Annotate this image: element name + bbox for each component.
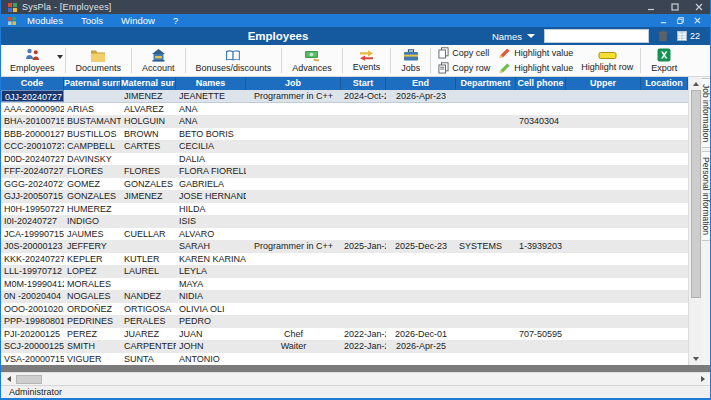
table-row[interactable]: PJI-20200125PEREZJUAREZJUANChef2022-Jan-…	[1, 328, 688, 341]
table-cell[interactable]: SCJ-20000125	[1, 340, 64, 353]
table-cell[interactable]: OLIVIA OLI	[176, 303, 246, 316]
table-cell[interactable]	[516, 153, 566, 166]
table-cell[interactable]: LAUREL	[121, 265, 176, 278]
table-cell[interactable]: SYSTEMS	[456, 240, 516, 253]
table-cell[interactable]	[516, 290, 566, 303]
table-cell[interactable]: HILDA	[176, 203, 246, 216]
table-cell[interactable]	[456, 165, 516, 178]
maximize-icon[interactable]	[671, 3, 679, 11]
table-cell[interactable]: 0JJ-20240727	[1, 90, 64, 102]
table-row[interactable]: J0S-20000123JEFFERYSARAHProgrammer in C+…	[1, 240, 688, 253]
table-cell[interactable]	[641, 328, 688, 341]
table-cell[interactable]	[566, 278, 641, 291]
table-cell[interactable]	[456, 303, 516, 316]
scroll-left-button[interactable]	[2, 373, 15, 386]
table-cell[interactable]	[641, 228, 688, 241]
table-cell[interactable]: D0D-20240727	[1, 153, 64, 166]
column-header[interactable]: Job	[246, 77, 341, 90]
table-cell[interactable]: 1-3939203	[516, 240, 566, 253]
table-cell[interactable]: ARIAS	[64, 103, 121, 116]
table-cell[interactable]	[641, 353, 688, 366]
copy-row-button[interactable]: Copy row	[438, 62, 490, 74]
table-cell[interactable]	[456, 340, 516, 353]
table-cell[interactable]: JEFFERY	[64, 240, 121, 253]
table-cell[interactable]: ANA	[176, 103, 246, 116]
table-cell[interactable]	[516, 315, 566, 328]
table-cell[interactable]	[121, 153, 176, 166]
table-cell[interactable]	[246, 190, 341, 203]
table-cell[interactable]: JOSE HERNANDO	[176, 190, 246, 203]
documents-button[interactable]: Documents	[69, 45, 129, 76]
table-cell[interactable]	[566, 178, 641, 191]
table-row[interactable]: LLL-19970712LOPEZLAURELLEYLA	[1, 265, 688, 278]
table-cell[interactable]	[566, 203, 641, 216]
table-cell[interactable]: CARPENTER	[121, 340, 176, 353]
table-cell[interactable]	[641, 128, 688, 141]
table-cell[interactable]: FLORA FIORELLA	[176, 165, 246, 178]
table-cell[interactable]: HUMEREZ	[64, 203, 121, 216]
table-cell[interactable]: ISIS	[176, 215, 246, 228]
table-cell[interactable]: BUSTILLOS	[64, 128, 121, 141]
column-header[interactable]: Department	[456, 77, 516, 90]
table-cell[interactable]: FFF-20240727	[1, 165, 64, 178]
table-cell[interactable]: FLORES	[121, 165, 176, 178]
table-cell[interactable]	[456, 115, 516, 128]
table-cell[interactable]	[641, 215, 688, 228]
table-cell[interactable]	[121, 215, 176, 228]
table-cell[interactable]: 2026-Apr-23	[386, 90, 456, 102]
table-cell[interactable]: LOPEZ	[64, 265, 121, 278]
table-row[interactable]: 0JJ-20240727JIMENEZJEANETTEProgrammer in…	[1, 90, 688, 103]
table-cell[interactable]	[246, 353, 341, 366]
table-cell[interactable]	[341, 215, 386, 228]
table-cell[interactable]	[566, 253, 641, 266]
table-cell[interactable]	[456, 328, 516, 341]
table-cell[interactable]	[516, 303, 566, 316]
table-cell[interactable]: MAYA	[176, 278, 246, 291]
table-cell[interactable]	[64, 90, 121, 102]
table-cell[interactable]	[566, 153, 641, 166]
table-cell[interactable]: PEDRO	[176, 315, 246, 328]
table-cell[interactable]: ORTIGOSA	[121, 303, 176, 316]
table-cell[interactable]	[341, 303, 386, 316]
table-cell[interactable]: 2025-Jan-23	[341, 240, 386, 253]
mdi-close-icon[interactable]	[694, 17, 701, 24]
table-row[interactable]: 0N -20020404NOGALESNANDEZNIDIA	[1, 290, 688, 303]
table-cell[interactable]	[516, 140, 566, 153]
table-cell[interactable]	[456, 353, 516, 366]
table-cell[interactable]	[341, 165, 386, 178]
table-cell[interactable]: JUAN	[176, 328, 246, 341]
table-cell[interactable]: NOGALES	[64, 290, 121, 303]
jobs-button[interactable]: Jobs	[394, 45, 427, 76]
table-cell[interactable]: 2022-Jan-25	[341, 340, 386, 353]
table-cell[interactable]	[341, 265, 386, 278]
menu-window[interactable]: Window	[114, 15, 162, 26]
table-row[interactable]: SCJ-20000125SMITHCARPENTERJOHNWaiter2022…	[1, 340, 688, 353]
table-cell[interactable]	[566, 190, 641, 203]
table-cell[interactable]	[386, 103, 456, 116]
table-cell[interactable]: CUELLAR	[121, 228, 176, 241]
table-cell[interactable]: BBB-20000127	[1, 128, 64, 141]
table-row[interactable]: JCA-19990715JAUMESCUELLARALVARO	[1, 228, 688, 241]
table-cell[interactable]	[641, 290, 688, 303]
table-cell[interactable]	[246, 165, 341, 178]
tab-job-information[interactable]: Job information	[702, 78, 710, 148]
table-cell[interactable]: CARTES	[121, 140, 176, 153]
export-button[interactable]: Export	[644, 45, 684, 76]
table-cell[interactable]: VIGUER	[64, 353, 121, 366]
table-cell[interactable]: HOLGUIN	[121, 115, 176, 128]
table-cell[interactable]: I0I-20240727	[1, 215, 64, 228]
table-cell[interactable]: PPP-19980801	[1, 315, 64, 328]
table-cell[interactable]: JOHN	[176, 340, 246, 353]
advances-button[interactable]: Advances	[285, 45, 339, 76]
table-cell[interactable]: 2026-Apr-25	[386, 340, 456, 353]
table-row[interactable]: OOO-20010201ORDOÑEZORTIGOSAOLIVIA OLI	[1, 303, 688, 316]
table-cell[interactable]	[246, 215, 341, 228]
table-cell[interactable]: LLL-19970712	[1, 265, 64, 278]
table-cell[interactable]: PERALES	[121, 315, 176, 328]
table-cell[interactable]: VSA-20000715	[1, 353, 64, 366]
table-cell[interactable]	[341, 353, 386, 366]
table-cell[interactable]	[566, 328, 641, 341]
table-cell[interactable]	[386, 303, 456, 316]
account-button[interactable]: Account	[135, 45, 182, 76]
table-cell[interactable]	[246, 315, 341, 328]
